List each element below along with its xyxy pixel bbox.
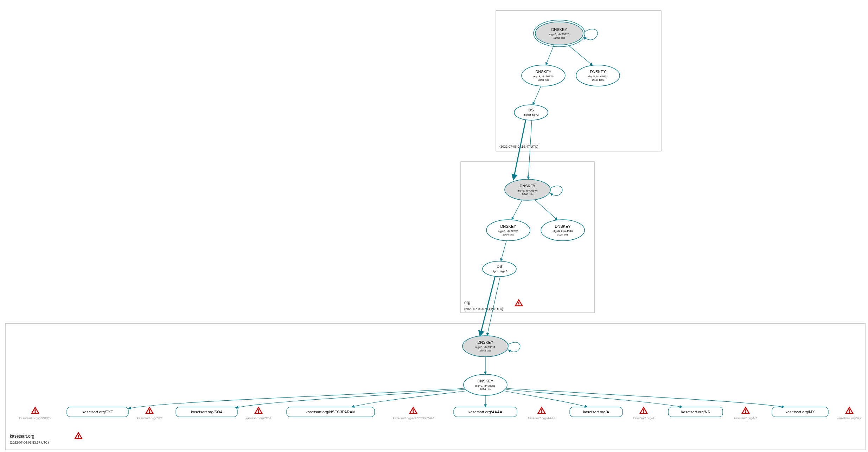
faded-dnskey: kasetsart.org/DNSKEY xyxy=(19,407,52,420)
faded-soa: kasetsart.org/SOA xyxy=(245,407,272,420)
svg-text:alg=8, id=20326: alg=8, id=20326 xyxy=(549,33,569,36)
edge-root-zsk1-ds xyxy=(533,86,541,105)
edge-org-ksk-zsk1 xyxy=(512,200,522,220)
rrset-aaaa: kasetsart.org/AAAA xyxy=(454,407,517,417)
node-root-ksk: DNSKEY alg=8, id=20326 2048 bits xyxy=(534,20,585,47)
svg-text:DNSKEY: DNSKEY xyxy=(590,70,606,74)
rrset-txt: kasetsart.org/TXT xyxy=(67,407,128,417)
svg-text:kasetsart.org/MX: kasetsart.org/MX xyxy=(785,410,815,414)
edge-root-ksk-self xyxy=(584,29,598,40)
svg-text:digest alg=2: digest alg=2 xyxy=(523,113,539,116)
svg-text:DNSKEY: DNSKEY xyxy=(477,340,493,344)
node-org-zsk1: DNSKEY alg=8, id=52626 1024 bits xyxy=(486,220,530,241)
node-org-ksk: DNSKEY alg=8, id=26974 2048 bits xyxy=(505,179,550,200)
svg-text:DNSKEY: DNSKEY xyxy=(477,379,493,383)
svg-text:kasetsart.org/A: kasetsart.org/A xyxy=(583,410,609,414)
svg-text:kasetsart.org/DNSKEY: kasetsart.org/DNSKEY xyxy=(19,417,52,420)
zone-org-label: org xyxy=(464,300,470,305)
rrset-soa: kasetsart.org/SOA xyxy=(176,407,237,417)
node-root-ds: DS digest alg=2 xyxy=(514,105,548,120)
warning-icon xyxy=(146,407,153,413)
svg-text:digest alg=2: digest alg=2 xyxy=(492,270,507,273)
edge-root-ds-org-ksk xyxy=(528,120,532,179)
svg-text:2048 bits: 2048 bits xyxy=(538,78,549,82)
edge-org-ds-dom-ksk xyxy=(487,277,500,336)
svg-text:DNSKEY: DNSKEY xyxy=(555,224,571,228)
svg-text:1024 bits: 1024 bits xyxy=(503,233,514,236)
edge-zsk-ns xyxy=(506,389,682,407)
edge-zsk-soa xyxy=(236,389,465,408)
svg-text:DS: DS xyxy=(528,108,534,112)
node-org-ds: DS digest alg=2 xyxy=(483,261,516,277)
zone-domain-label: kasetsart.org xyxy=(10,434,34,439)
svg-point-32 xyxy=(483,261,516,277)
edge-dom-ksk-self xyxy=(508,342,520,352)
node-root-zsk2: DNSKEY alg=8, id=47671 2048 bits xyxy=(576,65,620,86)
svg-point-16 xyxy=(514,105,548,120)
warning-icon xyxy=(538,407,545,413)
edge-root-ds-org-ksk-bold xyxy=(513,120,526,179)
rrset-a: kasetsart.org/A xyxy=(570,407,623,417)
zone-root-label: . xyxy=(499,138,500,143)
node-org-zsk2: DNSKEY alg=8, id=41346 1024 bits xyxy=(541,220,585,241)
warning-icon xyxy=(75,433,82,439)
warning-icon xyxy=(32,407,39,413)
svg-text:DNSKEY: DNSKEY xyxy=(535,70,551,74)
warning-icon xyxy=(640,407,647,413)
node-dom-ksk: DNSKEY alg=8, id=33311 2048 bits xyxy=(462,336,508,357)
rrset-ns: kasetsart.org/NS xyxy=(668,407,723,417)
warning-icon xyxy=(515,300,522,306)
svg-text:DNSKEY: DNSKEY xyxy=(551,27,567,32)
zone-root: . (2022-07-06 04:55:47 UTC) DNSKEY alg=8… xyxy=(496,11,661,151)
svg-text:kasetsart.org/MX: kasetsart.org/MX xyxy=(837,417,862,420)
svg-text:alg=8, id=52626: alg=8, id=52626 xyxy=(498,230,518,233)
faded-aaaa: kasetsart.org/AAAA xyxy=(528,407,556,420)
faded-mx: kasetsart.org/MX xyxy=(837,407,862,420)
svg-text:alg=8, id=25851: alg=8, id=25851 xyxy=(475,384,496,387)
faded-ns: kasetsart.org/NS xyxy=(734,407,757,420)
svg-text:alg=8, id=47671: alg=8, id=47671 xyxy=(588,75,608,78)
svg-text:alg=8, id=41346: alg=8, id=41346 xyxy=(553,230,573,233)
svg-text:kasetsart.org/TXT: kasetsart.org/TXT xyxy=(137,417,162,420)
svg-rect-35 xyxy=(5,323,865,450)
faded-nsec3: kasetsart.org/NSEC3PARAM xyxy=(393,407,434,420)
svg-text:kasetsart.org/NS: kasetsart.org/NS xyxy=(681,410,710,414)
svg-text:kasetsart.org/AAAA: kasetsart.org/AAAA xyxy=(468,410,503,414)
edge-org-ds-dom-ksk-bold xyxy=(480,276,495,336)
svg-text:kasetsart.org/A: kasetsart.org/A xyxy=(633,417,655,420)
faded-a: kasetsart.org/A xyxy=(633,407,655,420)
svg-text:1024 bits: 1024 bits xyxy=(557,233,568,236)
edge-org-zsk1-ds xyxy=(501,241,506,261)
svg-text:kasetsart.org/TXT: kasetsart.org/TXT xyxy=(82,410,113,414)
svg-text:kasetsart.org/AAAA: kasetsart.org/AAAA xyxy=(528,417,556,420)
edge-org-ksk-self xyxy=(550,186,562,196)
svg-text:kasetsart.org/NSEC3PARAM: kasetsart.org/NSEC3PARAM xyxy=(393,417,434,420)
zone-org: org (2022-07-06 07:41:24 UTC) DNSKEY alg… xyxy=(461,120,594,313)
svg-text:alg=8, id=33311: alg=8, id=33311 xyxy=(475,346,496,349)
svg-text:1024 bits: 1024 bits xyxy=(480,388,491,391)
edge-root-ksk-zsk2 xyxy=(568,45,593,65)
warning-icon xyxy=(742,407,749,413)
svg-text:DNSKEY: DNSKEY xyxy=(519,184,536,188)
zone-root-time: (2022-07-06 04:55:47 UTC) xyxy=(499,145,538,148)
rrset-nsec3: kasetsart.org/NSEC3PARAM xyxy=(287,407,375,417)
warning-icon xyxy=(255,407,262,413)
rrset-mx: kasetsart.org/MX xyxy=(772,407,828,417)
edge-root-ksk-zsk1 xyxy=(546,45,554,65)
dnssec-graph: . (2022-07-06 04:55:47 UTC) DNSKEY alg=8… xyxy=(0,0,868,452)
svg-text:2048 bits: 2048 bits xyxy=(592,78,604,82)
svg-text:2048 bits: 2048 bits xyxy=(522,193,533,196)
edge-zsk-txt xyxy=(128,388,464,408)
edge-zsk-mx xyxy=(506,388,784,407)
edge-zsk-a xyxy=(504,391,587,407)
svg-text:kasetsart.org/NSEC3PARAM: kasetsart.org/NSEC3PARAM xyxy=(306,410,356,414)
warning-icon xyxy=(410,407,417,413)
edge-org-ksk-zsk2 xyxy=(535,200,557,220)
svg-text:kasetsart.org/NS: kasetsart.org/NS xyxy=(734,417,757,420)
warning-icon xyxy=(846,407,853,413)
svg-text:DS: DS xyxy=(497,264,502,269)
svg-text:DNSKEY: DNSKEY xyxy=(500,224,516,228)
svg-text:2048 bits: 2048 bits xyxy=(480,349,491,352)
faded-txt: kasetsart.org/TXT xyxy=(137,407,162,420)
node-root-zsk1: DNSKEY alg=8, id=20826 2048 bits xyxy=(522,65,565,86)
